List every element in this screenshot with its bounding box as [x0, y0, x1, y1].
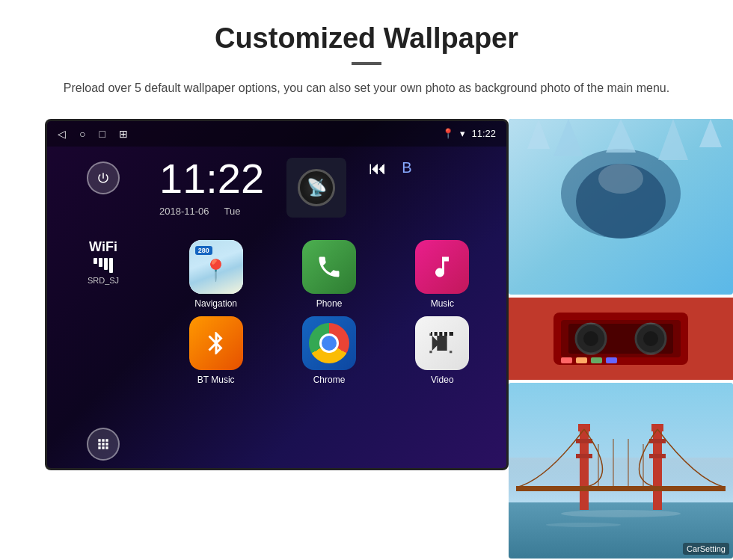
status-right-icons: 📍 ▾ 11:22	[442, 128, 496, 139]
svg-rect-16	[568, 324, 673, 354]
music-label: Music	[431, 298, 454, 309]
power-button[interactable]	[87, 161, 120, 194]
media-controls: ⏮ B	[369, 158, 411, 179]
screenshot-icon[interactable]: ⊞	[119, 128, 128, 140]
title-divider	[352, 62, 381, 65]
app-chrome[interactable]: Chrome	[276, 316, 381, 385]
svg-rect-20	[606, 357, 617, 363]
music-icon	[415, 240, 469, 294]
status-nav-icons: ◁ ○ □ ⊞	[58, 128, 128, 140]
nav-map-bg: 280 📍	[189, 240, 243, 294]
app-music[interactable]: Music	[390, 240, 495, 309]
page-description: Preload over 5 default wallpaper options…	[45, 79, 688, 98]
video-icon	[415, 316, 469, 370]
clock-time: 11:22	[159, 158, 264, 200]
svg-rect-18	[576, 357, 587, 363]
bridge-svg	[509, 383, 733, 559]
nav-badge: 280	[195, 246, 212, 255]
svg-rect-31	[649, 454, 666, 458]
bluetooth-icon: B	[402, 159, 411, 176]
wifi-bar-1	[93, 258, 97, 264]
svg-rect-17	[561, 357, 572, 363]
ice-svg	[509, 119, 733, 295]
svg-rect-29	[576, 454, 592, 458]
svg-rect-28	[576, 439, 592, 443]
phone-label: Phone	[316, 298, 343, 309]
wallpaper-tape[interactable]	[509, 298, 733, 380]
svg-rect-22	[509, 458, 733, 502]
svg-rect-33	[651, 424, 663, 431]
page-title: Customized Wallpaper	[45, 22, 688, 55]
svg-rect-34	[516, 486, 726, 491]
wifi-bar-3	[104, 258, 108, 270]
chrome-outer-ring	[309, 323, 349, 363]
btmusic-icon	[189, 316, 243, 370]
status-time: 11:22	[471, 128, 496, 139]
svg-rect-19	[591, 357, 602, 363]
wifi-label: WiFi	[88, 239, 119, 255]
svg-point-25	[546, 523, 621, 527]
app-video[interactable]: Video	[390, 316, 495, 385]
tape-player-image	[509, 298, 733, 380]
svg-point-8	[598, 164, 643, 194]
video-label: Video	[431, 375, 453, 385]
wifi-widget: WiFi SRD_SJ	[88, 239, 119, 285]
wallpaper-panel: CarSetting	[509, 119, 733, 559]
svg-point-24	[561, 510, 681, 517]
chrome-label: Chrome	[313, 375, 346, 385]
clock-area: 11:22 2018-11-06 Tue 📡 ⏮	[159, 158, 499, 218]
wallpaper-ice[interactable]	[509, 119, 733, 295]
svg-rect-32	[578, 424, 590, 431]
chrome-inner-circle	[319, 333, 339, 353]
clock-date-value: 2018-11-06	[159, 206, 209, 217]
app-btmusic[interactable]: BT Music	[163, 316, 269, 385]
clock-date: 2018-11-06 Tue	[159, 206, 264, 217]
wallpaper-bridge[interactable]: CarSetting	[509, 383, 733, 559]
prev-track-icon[interactable]: ⏮	[369, 158, 387, 179]
radio-signal-icon: 📡	[307, 178, 327, 197]
radio-icon: 📡	[298, 169, 335, 206]
content-area: ◁ ○ □ ⊞ 📍 ▾ 11:22	[45, 119, 688, 559]
back-icon[interactable]: ◁	[58, 128, 66, 140]
navigation-label: Navigation	[194, 298, 237, 309]
chrome-icon	[302, 316, 356, 370]
wifi-ssid: SRD_SJ	[88, 276, 119, 285]
wifi-bar-4	[109, 258, 113, 273]
clock-day-value: Tue	[224, 206, 241, 217]
app-navigation[interactable]: 280 📍 Navigation	[163, 240, 269, 309]
svg-rect-30	[649, 439, 666, 443]
gps-icon: 📍	[442, 128, 454, 139]
nav-pin-icon: 📍	[203, 258, 229, 283]
app-grid: 280 📍 Navigation	[159, 240, 499, 385]
android-screen: ◁ ○ □ ⊞ 📍 ▾ 11:22	[45, 119, 509, 470]
android-sidebar: WiFi SRD_SJ	[47, 147, 152, 470]
ice-wallpaper-image	[509, 119, 733, 295]
wifi-status-icon: ▾	[460, 128, 465, 139]
recents-icon[interactable]: □	[99, 128, 105, 140]
android-main: WiFi SRD_SJ	[47, 147, 506, 470]
wifi-signal-bars	[88, 258, 119, 273]
status-bar: ◁ ○ □ ⊞ 📍 ▾ 11:22	[47, 121, 506, 147]
app-drawer-button[interactable]	[87, 428, 120, 461]
tape-svg	[509, 298, 733, 380]
phone-icon	[302, 240, 356, 294]
btmusic-label: BT Music	[197, 375, 235, 385]
wifi-bar-2	[99, 258, 102, 267]
navigation-icon: 280 📍	[189, 240, 243, 294]
bridge-scene-image: CarSetting	[509, 383, 733, 559]
carsetting-label: CarSetting	[683, 543, 729, 555]
android-center: 11:22 2018-11-06 Tue 📡 ⏮	[152, 147, 506, 470]
home-icon[interactable]: ○	[79, 128, 85, 140]
app-phone[interactable]: Phone	[276, 240, 381, 309]
radio-widget[interactable]: 📡	[286, 158, 346, 218]
